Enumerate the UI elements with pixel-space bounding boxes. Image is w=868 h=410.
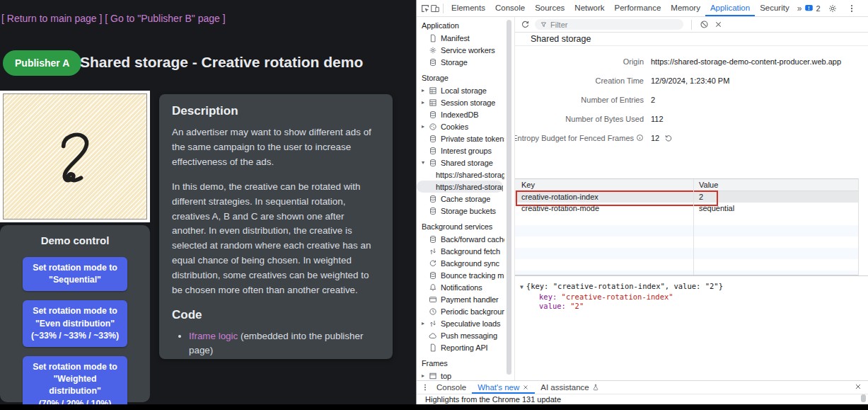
scrollbar-thumb[interactable] (507, 20, 511, 375)
top-nav-links[interactable]: [ Return to main page ] [ Go to "Publish… (1, 13, 226, 24)
sidebar-item-label: Cookies (441, 123, 468, 131)
metadata-row: Entropy Budget for Fenced Frames12 (515, 128, 868, 147)
sidebar-item-top[interactable]: ▸top (417, 370, 504, 380)
sidebar-item-label: IndexedDB (441, 110, 479, 119)
creative-number-glyph (45, 126, 105, 187)
rotation-mode-button-2[interactable]: Set rotation mode to"Even distribution"(… (23, 300, 127, 347)
sidebar-item-background-fetch[interactable]: Background fetch (417, 245, 504, 257)
clear-icon[interactable] (700, 20, 709, 29)
close-icon (854, 382, 862, 391)
filter-input[interactable]: Filter (535, 19, 683, 30)
devtools-drawer: ConsoleWhat's newAI assistance Highlight… (417, 380, 868, 404)
sidebar-scrollbar[interactable] (504, 17, 514, 380)
sidebar-item-interest-groups[interactable]: Interest groups (417, 144, 504, 156)
expand-arrow-icon[interactable]: ▸ (422, 123, 429, 130)
expand-arrow-icon[interactable]: ▸ (422, 87, 429, 93)
rotation-mode-button-1[interactable]: Set rotation mode to"Sequential" (23, 257, 127, 291)
panel-toolbar: Filter (515, 17, 868, 33)
tab-elements[interactable]: Elements (446, 0, 490, 16)
application-sidebar: ApplicationManifestService workersStorag… (417, 17, 504, 380)
sidebar-item-indexeddb[interactable]: IndexedDB (417, 108, 504, 120)
fetch-icon (429, 247, 437, 256)
delete-all-icon[interactable] (714, 20, 723, 29)
sidebar-item-back-forward-cache[interactable]: Back/forward cache (417, 233, 504, 245)
document-icon (429, 343, 437, 352)
tab-performance[interactable]: Performance (610, 0, 666, 16)
sidebar-item-label: Payment handler (441, 295, 499, 304)
sidebar-item-label: Session storage (441, 98, 495, 107)
sidebar-item-service-workers[interactable]: Service workers (417, 44, 504, 56)
page-title: Shared storage - Creative rotation demo (80, 54, 363, 71)
description-paragraph-1: An advertiser may want to show different… (172, 125, 380, 170)
sidebar-item-payment-handler[interactable]: Payment handler (417, 293, 504, 305)
reset-budget-icon[interactable] (664, 134, 673, 142)
expand-arrow-icon[interactable]: ▸ (422, 372, 429, 379)
sidebar-item-session-storage[interactable]: ▸Session storage (417, 96, 504, 108)
close-tab-icon[interactable] (522, 384, 529, 391)
sidebar-item-https-shared-storage[interactable]: https://shared-storage… (417, 169, 504, 181)
drawer-tab-ai-assistance[interactable]: AI assistance (535, 381, 604, 394)
close-devtools-button[interactable] (864, 1, 868, 16)
toolbar-divider (691, 20, 692, 30)
more-tabs-button[interactable]: » (794, 4, 805, 13)
drawer-menu-button[interactable] (419, 383, 431, 392)
expand-arrow-icon[interactable]: ▸ (422, 99, 429, 106)
sidebar-item-cache-storage[interactable]: Cache storage (417, 193, 504, 205)
drawer-scrollbar-thumb[interactable] (861, 394, 866, 402)
sidebar-item-speculative-loads[interactable]: ▸Speculative loads (417, 317, 504, 329)
expand-caret-icon[interactable]: ▼ (520, 284, 523, 290)
rotation-mode-button-3[interactable]: Set rotation mode to"Weighted distributi… (23, 356, 127, 404)
creative-ad-frame (0, 91, 150, 222)
preview-summary[interactable]: ▼{key: "creative-rotation-index", value:… (520, 282, 868, 292)
metadata-row: Originhttps://shared-storage-demo-conten… (515, 52, 868, 71)
table-row[interactable]: creative-rotation-modesequential (515, 203, 858, 214)
cell-value: 2 (693, 193, 858, 201)
tab-console[interactable]: Console (490, 0, 530, 16)
sidebar-item-local-storage[interactable]: ▸Local storage (417, 84, 504, 96)
expand-arrow-icon[interactable]: ▸ (422, 320, 429, 326)
sidebar-item-bounce-tracking-miti[interactable]: Bounce tracking miti… (417, 269, 504, 281)
settings-button[interactable] (826, 1, 840, 16)
table-row[interactable]: creative-rotation-index2 (515, 191, 858, 203)
tab-sources[interactable]: Sources (530, 0, 569, 16)
close-drawer-button[interactable] (854, 382, 862, 392)
sidebar-section-storage: Storage▸Local storage▸Session storageInd… (417, 72, 504, 217)
sidebar-item-notifications[interactable]: Notifications (417, 281, 504, 293)
sidebar-item-periodic-backgroun[interactable]: Periodic backgroun… (417, 305, 504, 317)
drawer-tab-what-s-new[interactable]: What's new (472, 381, 535, 394)
sidebar-item-manifest[interactable]: Manifest (417, 32, 504, 44)
sidebar-item-https-shared-storage[interactable]: https://shared-storage… (417, 181, 503, 193)
tab-application[interactable]: Application (705, 0, 755, 16)
table-icon (429, 86, 437, 95)
bell-icon (429, 283, 437, 292)
sidebar-item-background-sync[interactable]: Background sync (417, 257, 504, 269)
database-icon (429, 58, 437, 67)
sidebar-item-storage-buckets[interactable]: Storage buckets (417, 205, 504, 217)
issues-count: 2 (816, 4, 820, 13)
issues-button[interactable]: 2 (804, 4, 820, 13)
sidebar-item-storage[interactable]: Storage (417, 56, 504, 68)
sidebar-item-cookies[interactable]: ▸Cookies (417, 120, 504, 132)
code-link-iframe-logic[interactable]: Iframe logic (189, 331, 238, 341)
cell-key: creative-rotation-index (515, 193, 693, 201)
drawer-tab-console[interactable]: Console (431, 381, 472, 394)
sidebar-item-label: Manifest (441, 34, 470, 42)
sidebar-item-private-state-tokens[interactable]: Private state tokens (417, 132, 504, 144)
sidebar-item-push-messaging[interactable]: Push messaging (417, 329, 504, 341)
menu-button[interactable] (845, 1, 859, 16)
expand-arrow-icon[interactable]: ▾ (422, 159, 429, 166)
inspect-element-button[interactable] (420, 1, 430, 16)
tab-memory[interactable]: Memory (666, 0, 705, 16)
sidebar-item-reporting-api[interactable]: Reporting API (417, 341, 504, 353)
device-toolbar-button[interactable] (430, 1, 440, 16)
metadata-value: 12 (651, 134, 673, 142)
tab-network[interactable]: Network (569, 0, 609, 16)
code-links-list: Iframe logic (embedded into the publishe… (189, 329, 380, 359)
tab-security[interactable]: Security (755, 0, 794, 16)
refresh-icon[interactable] (521, 20, 530, 29)
metadata-row: Number of Bytes Used112 (515, 109, 868, 128)
publisher-badge: Publisher A (3, 50, 81, 76)
database-icon (429, 271, 437, 280)
whats-new-content[interactable]: Highlights from the Chrome 131 update (417, 394, 868, 404)
sidebar-item-shared-storage[interactable]: ▾Shared storage (417, 156, 504, 169)
